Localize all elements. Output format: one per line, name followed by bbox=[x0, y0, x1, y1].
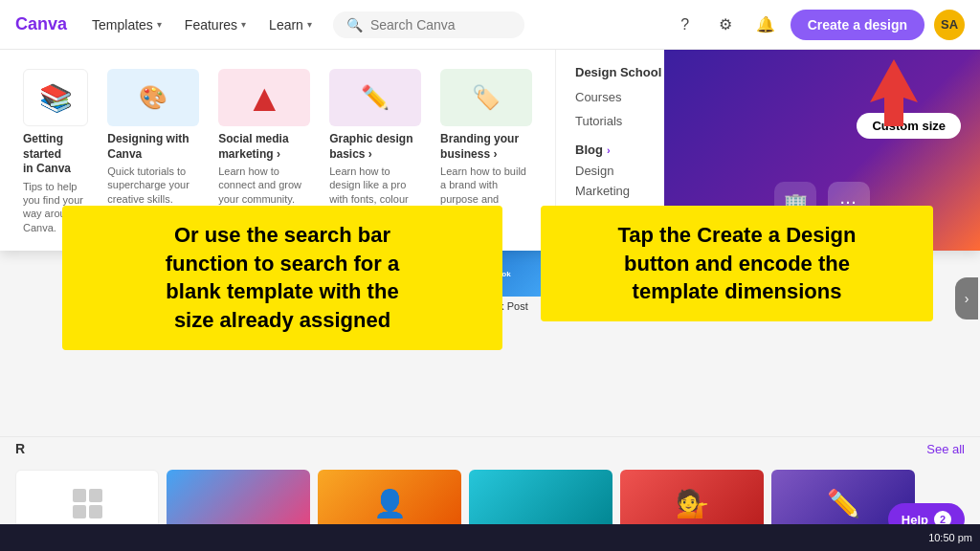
nav-item-features[interactable]: Features ▾ bbox=[175, 11, 256, 38]
avatar[interactable]: SA bbox=[934, 10, 965, 40]
see-all-button[interactable]: See all bbox=[926, 442, 965, 456]
blog-arrow: › bbox=[607, 144, 611, 156]
settings-icon-btn[interactable]: ⚙ bbox=[710, 10, 741, 40]
annotation-text-left: Or use the search barfunction to search … bbox=[81, 221, 483, 335]
annotation-box-right: Tap the Create a Designbutton and encode… bbox=[541, 206, 933, 321]
create-design-button[interactable]: Create a design bbox=[791, 10, 924, 40]
nav-features-label: Features bbox=[185, 17, 237, 33]
canva-logo[interactable]: Canva bbox=[15, 14, 67, 34]
taskbar-time: 10:50 pm bbox=[928, 532, 972, 543]
dropdown-card-title-getting-started: Getting startedin Canva bbox=[23, 132, 88, 177]
dropdown-card-desc-social: Learn how to connect and grow your commu… bbox=[218, 165, 310, 206]
annotation-text-right: Tap the Create a Designbutton and encode… bbox=[560, 221, 914, 306]
nav-learn-label: Learn bbox=[269, 17, 303, 33]
dropdown-card-title-basics: Graphic designbasics › bbox=[329, 132, 421, 162]
dropdown-card-thumb-designing: 🎨 bbox=[107, 69, 199, 126]
help-icon-btn[interactable]: ? bbox=[670, 10, 701, 40]
dropdown-card-thumb-basics: ✏️ bbox=[329, 69, 421, 126]
dropdown-card-thumb-social: ▲ bbox=[218, 69, 310, 126]
annotation-box-left: Or use the search barfunction to search … bbox=[62, 206, 502, 350]
search-bar[interactable]: 🔍 bbox=[333, 11, 524, 38]
nav-right: ? ⚙ 🔔 Create a design SA bbox=[670, 10, 965, 40]
dropdown-card-title-branding: Branding yourbusiness › bbox=[440, 132, 532, 162]
scroll-right-button[interactable]: › bbox=[955, 277, 978, 320]
search-input[interactable] bbox=[370, 17, 504, 33]
dropdown-card-thumb-getting-started: 📚 bbox=[23, 69, 88, 126]
navbar: Canva Templates ▾ Features ▾ Learn ▾ 🔍 ?… bbox=[0, 0, 980, 50]
chevron-down-icon: ▾ bbox=[241, 19, 246, 30]
chevron-down-icon: ▾ bbox=[157, 19, 162, 30]
chevron-down-icon: ▾ bbox=[307, 19, 312, 30]
notification-icon-btn[interactable]: 🔔 bbox=[750, 10, 781, 40]
red-arrow-icon: ▲ bbox=[245, 78, 283, 117]
dropdown-card-desc-designing: Quick tutorials to supercharge your crea… bbox=[107, 165, 199, 206]
taskbar: 10:50 pm bbox=[0, 524, 980, 551]
svg-marker-0 bbox=[870, 59, 918, 126]
search-icon: 🔍 bbox=[346, 17, 363, 33]
recent-section-title: R bbox=[15, 441, 25, 456]
panel-red-arrow-icon bbox=[856, 55, 932, 131]
nav-item-learn[interactable]: Learn ▾ bbox=[259, 11, 322, 38]
dropdown-card-title-social: Social mediamarketing › bbox=[218, 132, 310, 162]
dropdown-card-title-designing: Designing withCanva bbox=[107, 132, 199, 162]
recent-section-header: R See all bbox=[0, 437, 980, 460]
nav-item-templates[interactable]: Templates ▾ bbox=[82, 11, 171, 38]
nav-menu: Templates ▾ Features ▾ Learn ▾ bbox=[82, 11, 322, 38]
nav-templates-label: Templates bbox=[92, 17, 153, 33]
grid-icon bbox=[65, 481, 110, 526]
dropdown-card-thumb-branding: 🏷️ bbox=[440, 69, 532, 126]
